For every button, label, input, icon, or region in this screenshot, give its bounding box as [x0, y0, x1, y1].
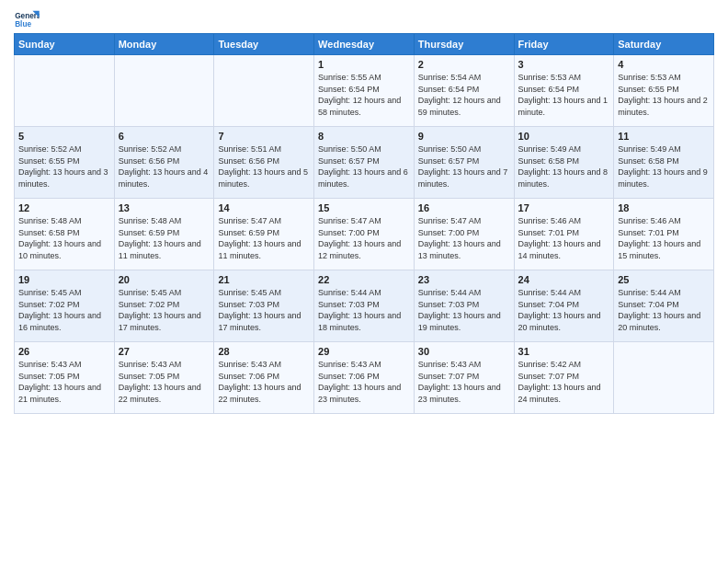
day-number: 24 [518, 274, 610, 285]
cell-info: Sunrise: 5:51 AM Sunset: 6:56 PM Dayligh… [218, 144, 310, 190]
svg-text:Blue: Blue [15, 20, 31, 29]
day-number: 10 [518, 131, 610, 142]
cell-info: Sunrise: 5:43 AM Sunset: 7:05 PM Dayligh… [18, 359, 110, 405]
day-number: 3 [518, 59, 610, 70]
day-number: 26 [18, 346, 110, 357]
calendar-cell: 17Sunrise: 5:46 AM Sunset: 7:01 PM Dayli… [514, 199, 614, 270]
calendar-cell: 13Sunrise: 5:48 AM Sunset: 6:59 PM Dayli… [114, 199, 214, 270]
calendar-cell: 8Sunrise: 5:50 AM Sunset: 6:57 PM Daylig… [314, 127, 415, 199]
calendar-cell: 14Sunrise: 5:47 AM Sunset: 6:59 PM Dayli… [214, 199, 314, 270]
calendar-cell: 23Sunrise: 5:44 AM Sunset: 7:03 PM Dayli… [414, 270, 514, 342]
calendar-cell [614, 342, 714, 414]
calendar-week-3: 12Sunrise: 5:48 AM Sunset: 6:58 PM Dayli… [15, 199, 714, 270]
cell-info: Sunrise: 5:48 AM Sunset: 6:58 PM Dayligh… [18, 215, 110, 261]
cell-info: Sunrise: 5:45 AM Sunset: 7:02 PM Dayligh… [119, 287, 210, 333]
cell-info: Sunrise: 5:53 AM Sunset: 6:55 PM Dayligh… [618, 72, 710, 118]
cell-info: Sunrise: 5:44 AM Sunset: 7:04 PM Dayligh… [518, 287, 610, 333]
calendar-cell: 6Sunrise: 5:52 AM Sunset: 6:56 PM Daylig… [114, 127, 214, 199]
page-container: General Blue SundayMondayTuesdayWednesda… [0, 0, 728, 423]
cell-info: Sunrise: 5:52 AM Sunset: 6:56 PM Dayligh… [119, 144, 210, 190]
cell-info: Sunrise: 5:49 AM Sunset: 6:58 PM Dayligh… [518, 144, 610, 190]
logo: General Blue [14, 9, 40, 29]
cell-info: Sunrise: 5:47 AM Sunset: 6:59 PM Dayligh… [218, 215, 310, 261]
day-number: 27 [119, 346, 210, 357]
header-day-sunday: Sunday [15, 34, 115, 55]
calendar-cell: 21Sunrise: 5:45 AM Sunset: 7:03 PM Dayli… [214, 270, 314, 342]
header-day-monday: Monday [114, 34, 214, 55]
day-number: 9 [418, 131, 510, 142]
day-number: 17 [518, 202, 610, 213]
day-number: 31 [518, 346, 610, 357]
header-day-thursday: Thursday [414, 34, 514, 55]
cell-info: Sunrise: 5:42 AM Sunset: 7:07 PM Dayligh… [518, 359, 610, 405]
cell-info: Sunrise: 5:43 AM Sunset: 7:06 PM Dayligh… [218, 359, 310, 405]
day-number: 19 [18, 274, 110, 285]
day-number: 30 [418, 346, 510, 357]
header-day-saturday: Saturday [614, 34, 714, 55]
day-number: 20 [119, 274, 210, 285]
cell-info: Sunrise: 5:54 AM Sunset: 6:54 PM Dayligh… [418, 72, 510, 118]
day-number: 25 [618, 274, 710, 285]
calendar-cell: 3Sunrise: 5:53 AM Sunset: 6:54 PM Daylig… [514, 55, 614, 127]
cell-info: Sunrise: 5:48 AM Sunset: 6:59 PM Dayligh… [119, 215, 210, 261]
header-day-tuesday: Tuesday [214, 34, 314, 55]
calendar-cell: 1Sunrise: 5:55 AM Sunset: 6:54 PM Daylig… [314, 55, 415, 127]
calendar-cell: 25Sunrise: 5:44 AM Sunset: 7:04 PM Dayli… [614, 270, 714, 342]
cell-info: Sunrise: 5:43 AM Sunset: 7:05 PM Dayligh… [119, 359, 210, 405]
calendar-week-4: 19Sunrise: 5:45 AM Sunset: 7:02 PM Dayli… [15, 270, 714, 342]
cell-info: Sunrise: 5:47 AM Sunset: 7:00 PM Dayligh… [318, 215, 410, 261]
calendar-cell: 5Sunrise: 5:52 AM Sunset: 6:55 PM Daylig… [15, 127, 115, 199]
cell-info: Sunrise: 5:50 AM Sunset: 6:57 PM Dayligh… [418, 144, 510, 190]
day-number: 23 [418, 274, 510, 285]
calendar-cell: 11Sunrise: 5:49 AM Sunset: 6:58 PM Dayli… [614, 127, 714, 199]
header-day-wednesday: Wednesday [314, 34, 415, 55]
calendar-cell: 29Sunrise: 5:43 AM Sunset: 7:06 PM Dayli… [314, 342, 415, 414]
calendar-cell: 19Sunrise: 5:45 AM Sunset: 7:02 PM Dayli… [15, 270, 115, 342]
calendar-cell [214, 55, 314, 127]
cell-info: Sunrise: 5:44 AM Sunset: 7:03 PM Dayligh… [418, 287, 510, 333]
cell-info: Sunrise: 5:47 AM Sunset: 7:00 PM Dayligh… [418, 215, 510, 261]
day-number: 15 [318, 202, 410, 213]
logo-icon: General Blue [14, 9, 40, 29]
day-number: 8 [318, 131, 410, 142]
calendar-cell [114, 55, 214, 127]
cell-info: Sunrise: 5:52 AM Sunset: 6:55 PM Dayligh… [18, 144, 110, 190]
day-number: 21 [218, 274, 310, 285]
calendar-cell: 26Sunrise: 5:43 AM Sunset: 7:05 PM Dayli… [15, 342, 115, 414]
calendar-cell: 22Sunrise: 5:44 AM Sunset: 7:03 PM Dayli… [314, 270, 415, 342]
calendar-cell: 9Sunrise: 5:50 AM Sunset: 6:57 PM Daylig… [414, 127, 514, 199]
calendar-header-row: SundayMondayTuesdayWednesdayThursdayFrid… [15, 34, 714, 55]
day-number: 14 [218, 202, 310, 213]
calendar-cell [15, 55, 115, 127]
calendar-cell: 15Sunrise: 5:47 AM Sunset: 7:00 PM Dayli… [314, 199, 415, 270]
cell-info: Sunrise: 5:46 AM Sunset: 7:01 PM Dayligh… [618, 215, 710, 261]
header: General Blue [14, 9, 714, 29]
day-number: 11 [618, 131, 710, 142]
calendar-table: SundayMondayTuesdayWednesdayThursdayFrid… [14, 33, 714, 414]
day-number: 2 [418, 59, 510, 70]
day-number: 18 [618, 202, 710, 213]
calendar-cell: 4Sunrise: 5:53 AM Sunset: 6:55 PM Daylig… [614, 55, 714, 127]
day-number: 22 [318, 274, 410, 285]
cell-info: Sunrise: 5:55 AM Sunset: 6:54 PM Dayligh… [318, 72, 410, 118]
day-number: 4 [618, 59, 710, 70]
cell-info: Sunrise: 5:46 AM Sunset: 7:01 PM Dayligh… [518, 215, 610, 261]
day-number: 7 [218, 131, 310, 142]
cell-info: Sunrise: 5:45 AM Sunset: 7:03 PM Dayligh… [218, 287, 310, 333]
day-number: 6 [119, 131, 210, 142]
calendar-week-5: 26Sunrise: 5:43 AM Sunset: 7:05 PM Dayli… [15, 342, 714, 414]
cell-info: Sunrise: 5:49 AM Sunset: 6:58 PM Dayligh… [618, 144, 710, 190]
cell-info: Sunrise: 5:44 AM Sunset: 7:03 PM Dayligh… [318, 287, 410, 333]
calendar-week-1: 1Sunrise: 5:55 AM Sunset: 6:54 PM Daylig… [15, 55, 714, 127]
day-number: 28 [218, 346, 310, 357]
day-number: 16 [418, 202, 510, 213]
calendar-cell: 16Sunrise: 5:47 AM Sunset: 7:00 PM Dayli… [414, 199, 514, 270]
day-number: 1 [318, 59, 410, 70]
day-number: 12 [18, 202, 110, 213]
day-number: 13 [119, 202, 210, 213]
calendar-cell: 28Sunrise: 5:43 AM Sunset: 7:06 PM Dayli… [214, 342, 314, 414]
cell-info: Sunrise: 5:43 AM Sunset: 7:07 PM Dayligh… [418, 359, 510, 405]
calendar-cell: 10Sunrise: 5:49 AM Sunset: 6:58 PM Dayli… [514, 127, 614, 199]
cell-info: Sunrise: 5:44 AM Sunset: 7:04 PM Dayligh… [618, 287, 710, 333]
calendar-cell: 27Sunrise: 5:43 AM Sunset: 7:05 PM Dayli… [114, 342, 214, 414]
